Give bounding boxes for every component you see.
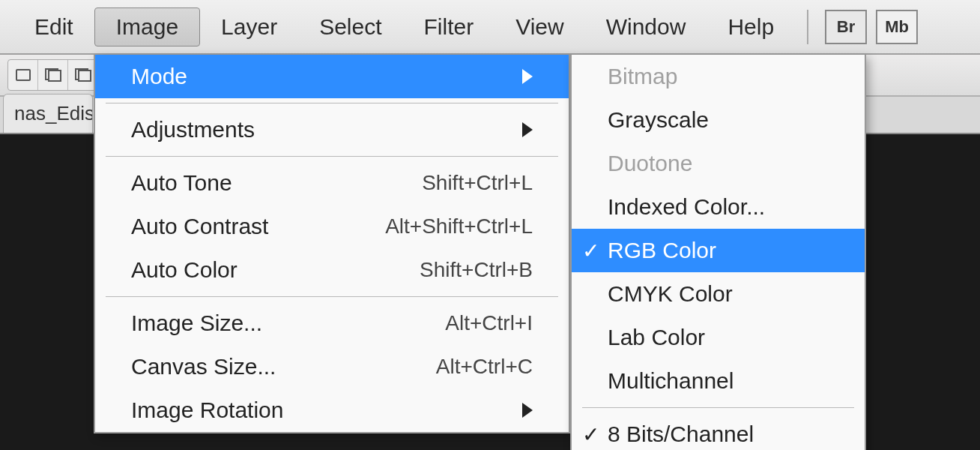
menuitem-label: Multichannel [608, 368, 734, 394]
menuitem-label: Image Size... [131, 310, 262, 336]
menuitem-lab-color[interactable]: Lab Color [572, 316, 865, 359]
submenu-arrow-icon [522, 403, 533, 418]
menu-separator [106, 103, 558, 104]
menubar: Edit Image Layer Select Filter View Wind… [0, 0, 980, 55]
menuitem-image-rotation[interactable]: Image Rotation [95, 388, 569, 432]
checkmark-icon: ✓ [582, 238, 599, 263]
shortcut-text: Shift+Ctrl+L [422, 171, 533, 195]
menu-window[interactable]: Window [585, 8, 707, 46]
arrange-icon-group [7, 59, 99, 91]
menu-separator [106, 156, 558, 157]
menuitem-label: Auto Tone [131, 170, 232, 196]
arrange-single-icon[interactable] [8, 60, 38, 90]
menuitem-label: Bitmap [608, 64, 677, 89]
menuitem-multichannel[interactable]: Multichannel [572, 359, 865, 403]
menuitem-8bits[interactable]: ✓ 8 Bits/Channel [572, 412, 865, 450]
menu-separator [106, 296, 558, 297]
submenu-arrow-icon [522, 122, 533, 137]
checkmark-icon: ✓ [582, 422, 599, 447]
menuitem-label: Lab Color [608, 325, 705, 350]
menuitem-label: RGB Color [608, 238, 716, 263]
menuitem-auto-color[interactable]: Auto Color Shift+Ctrl+B [95, 248, 569, 292]
menuitem-label: Mode [131, 64, 187, 89]
image-dropdown: Mode Adjustments Auto Tone Shift+Ctrl+L … [94, 55, 570, 434]
mode-submenu: Bitmap Grayscale Duotone Indexed Color..… [570, 55, 866, 450]
shortcut-text: Shift+Ctrl+B [420, 258, 533, 282]
menu-view[interactable]: View [494, 8, 584, 46]
menuitem-rgb-color[interactable]: ✓ RGB Color [572, 229, 865, 272]
shortcut-text: Alt+Ctrl+I [445, 311, 533, 335]
menu-select[interactable]: Select [298, 8, 402, 46]
menuitem-label: Adjustments [131, 117, 255, 142]
menuitem-label: Indexed Color... [608, 194, 765, 220]
menuitem-auto-tone[interactable]: Auto Tone Shift+Ctrl+L [95, 161, 569, 205]
mini-bridge-button[interactable]: Mb [876, 10, 918, 44]
arrange-stack-icon[interactable] [38, 60, 68, 90]
menuitem-bitmap: Bitmap [572, 55, 865, 98]
menuitem-image-size[interactable]: Image Size... Alt+Ctrl+I [95, 302, 569, 345]
menu-image[interactable]: Image [94, 8, 200, 46]
menu-edit[interactable]: Edit [13, 8, 94, 46]
menu-divider [807, 10, 808, 44]
menu-filter[interactable]: Filter [403, 8, 495, 46]
menuitem-label: 8 Bits/Channel [608, 422, 754, 447]
submenu-arrow-icon [522, 69, 533, 84]
menuitem-mode[interactable]: Mode [95, 55, 569, 98]
menuitem-duotone: Duotone [572, 142, 865, 185]
shortcut-text: Alt+Shift+Ctrl+L [385, 214, 533, 238]
menuitem-indexed-color[interactable]: Indexed Color... [572, 185, 865, 229]
menuitem-label: CMYK Color [608, 281, 733, 307]
shortcut-text: Alt+Ctrl+C [436, 355, 533, 379]
menuitem-label: Grayscale [608, 107, 709, 133]
menuitem-grayscale[interactable]: Grayscale [572, 98, 865, 142]
menuitem-auto-contrast[interactable]: Auto Contrast Alt+Shift+Ctrl+L [95, 205, 569, 248]
document-tab[interactable]: nas_Edis [3, 94, 93, 133]
menuitem-label: Canvas Size... [131, 354, 276, 380]
menuitem-canvas-size[interactable]: Canvas Size... Alt+Ctrl+C [95, 345, 569, 388]
menu-separator [582, 407, 854, 408]
bridge-button[interactable]: Br [825, 10, 867, 44]
menuitem-label: Auto Color [131, 257, 238, 283]
menuitem-label: Auto Contrast [131, 214, 268, 239]
menuitem-label: Duotone [608, 151, 692, 176]
menu-help[interactable]: Help [707, 8, 795, 46]
menuitem-label: Image Rotation [131, 398, 283, 423]
menu-layer[interactable]: Layer [200, 8, 298, 46]
menuitem-adjustments[interactable]: Adjustments [95, 108, 569, 152]
menuitem-cmyk-color[interactable]: CMYK Color [572, 272, 865, 316]
